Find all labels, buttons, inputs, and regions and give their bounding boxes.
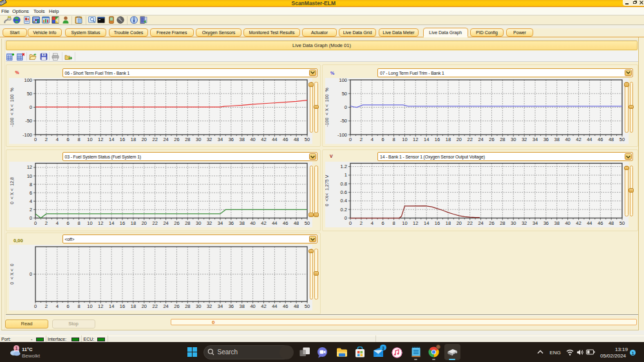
svg-text:100: 100: [339, 78, 347, 83]
svg-text:24: 24: [478, 137, 483, 142]
svg-text:16: 16: [120, 220, 125, 225]
svg-text:10: 10: [87, 303, 92, 309]
svg-text:0 < X < 0: 0 < X < 0: [10, 263, 14, 284]
svg-text:8: 8: [77, 303, 80, 309]
svg-text:48: 48: [609, 220, 614, 225]
svg-text:46: 46: [598, 220, 603, 225]
svg-text:30: 30: [196, 303, 201, 309]
svg-text:48: 48: [294, 137, 299, 142]
svg-text:12: 12: [413, 220, 418, 225]
svg-text:44: 44: [587, 137, 592, 142]
svg-text:38: 38: [240, 220, 245, 225]
svg-text:10: 10: [402, 220, 407, 225]
svg-text:-100: -100: [23, 132, 32, 138]
svg-text:22: 22: [153, 137, 158, 142]
svg-text:0: 0: [34, 137, 37, 142]
svg-text:38: 38: [554, 220, 560, 225]
svg-text:42: 42: [261, 137, 266, 142]
svg-text:36: 36: [544, 220, 549, 225]
svg-text:16: 16: [120, 303, 125, 309]
svg-text:18: 18: [131, 220, 136, 225]
svg-text:0: 0: [349, 137, 352, 142]
svg-text:46: 46: [283, 303, 288, 309]
svg-text:2: 2: [360, 220, 363, 225]
svg-text:50: 50: [620, 220, 625, 225]
svg-text:28: 28: [185, 220, 190, 225]
svg-text:1: 1: [345, 172, 347, 178]
svg-text:18: 18: [131, 303, 136, 309]
svg-text:30: 30: [511, 137, 516, 142]
svg-text:0.4: 0.4: [341, 198, 347, 204]
svg-text:26: 26: [489, 220, 494, 225]
svg-text:6: 6: [67, 303, 70, 309]
svg-text:4: 4: [371, 220, 374, 225]
svg-text:38: 38: [240, 303, 245, 309]
svg-text:100: 100: [24, 78, 32, 83]
svg-text:34: 34: [533, 137, 538, 142]
svg-text:0: 0: [349, 220, 352, 225]
svg-text:48: 48: [294, 303, 299, 309]
svg-text:38: 38: [240, 137, 245, 142]
svg-text:14: 14: [109, 137, 114, 142]
svg-text:0.8: 0.8: [341, 180, 347, 186]
svg-text:14: 14: [109, 303, 114, 309]
svg-text:16: 16: [435, 220, 440, 225]
svg-text:0: 0: [345, 104, 347, 110]
svg-text:46: 46: [283, 220, 288, 225]
svg-text:28: 28: [185, 137, 190, 142]
svg-text:24: 24: [163, 220, 168, 225]
svg-text:10: 10: [402, 137, 407, 142]
svg-text:30: 30: [196, 137, 201, 142]
svg-text:46: 46: [598, 137, 603, 142]
svg-text:12: 12: [98, 220, 103, 225]
svg-text:32: 32: [207, 137, 212, 142]
svg-text:12: 12: [98, 137, 103, 142]
svg-text:12: 12: [413, 137, 418, 142]
svg-text:18: 18: [131, 137, 136, 142]
svg-text:50: 50: [27, 91, 32, 97]
svg-text:0: 0: [34, 303, 37, 309]
svg-text:4: 4: [56, 137, 59, 142]
svg-text:24: 24: [163, 137, 168, 142]
svg-text:16: 16: [120, 137, 125, 142]
svg-text:6: 6: [67, 137, 70, 142]
svg-text:44: 44: [272, 220, 277, 225]
svg-text:12: 12: [98, 303, 103, 309]
svg-text:16: 16: [435, 137, 440, 142]
svg-text:20: 20: [457, 220, 462, 225]
svg-text:0: 0: [30, 104, 32, 110]
svg-text:26: 26: [174, 137, 179, 142]
svg-text:4: 4: [56, 220, 59, 225]
svg-text:36: 36: [229, 303, 234, 309]
svg-text:2: 2: [360, 137, 363, 142]
svg-text:26: 26: [174, 220, 179, 225]
svg-text:4: 4: [371, 137, 374, 142]
svg-text:28: 28: [500, 220, 505, 225]
svg-text:50: 50: [620, 137, 625, 142]
svg-text:22: 22: [153, 220, 158, 225]
svg-text:8: 8: [392, 220, 395, 225]
svg-text:8: 8: [30, 181, 32, 187]
svg-text:8: 8: [392, 137, 395, 142]
svg-text:42: 42: [261, 303, 266, 309]
svg-text:44: 44: [272, 137, 277, 142]
svg-text:4: 4: [30, 198, 32, 204]
svg-text:42: 42: [576, 220, 581, 225]
svg-text:10: 10: [87, 220, 92, 225]
svg-text:24: 24: [163, 303, 168, 309]
svg-text:2: 2: [45, 303, 48, 309]
svg-text:26: 26: [174, 303, 179, 309]
svg-text:44: 44: [587, 220, 592, 225]
svg-text:22: 22: [153, 303, 158, 309]
svg-text:0.6: 0.6: [341, 189, 347, 195]
svg-text:8: 8: [77, 137, 80, 142]
svg-text:14: 14: [424, 220, 429, 225]
svg-text:-100 < X < 100 %: -100 < X < 100 %: [325, 88, 329, 126]
svg-text:42: 42: [261, 220, 266, 225]
svg-text:48: 48: [294, 220, 299, 225]
svg-text:24: 24: [478, 220, 483, 225]
svg-text:34: 34: [218, 303, 223, 309]
svg-text:20: 20: [142, 303, 147, 309]
svg-text:6: 6: [67, 220, 70, 225]
svg-text:28: 28: [500, 137, 505, 142]
